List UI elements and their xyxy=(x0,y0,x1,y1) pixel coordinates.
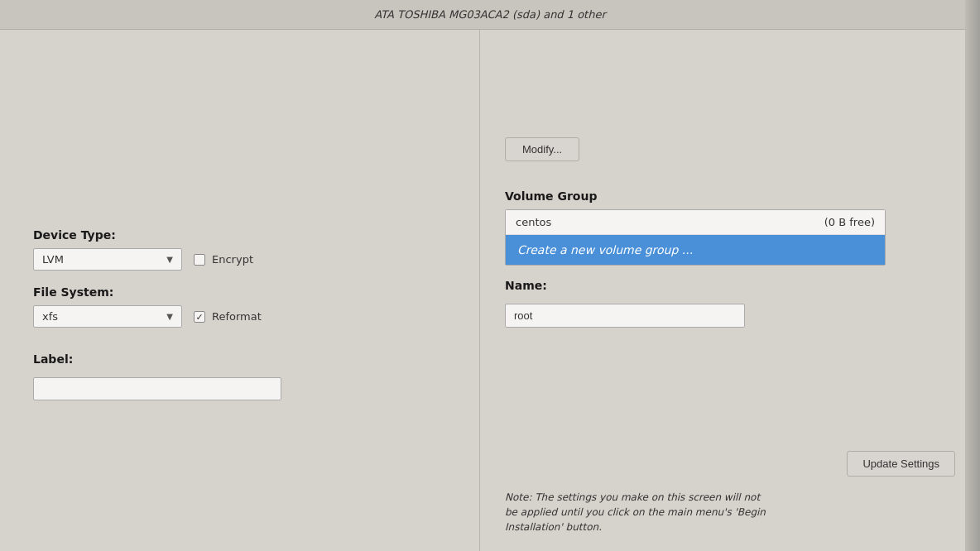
update-btn-row: Update Settings xyxy=(847,451,955,477)
filesystem-label: File System: xyxy=(33,285,447,299)
label-group: Label: xyxy=(33,352,447,400)
device-type-value: LVM xyxy=(42,253,64,266)
device-type-arrow-icon: ▼ xyxy=(166,255,173,264)
name-input[interactable] xyxy=(505,304,745,328)
vg-option-centos-free: (0 B free) xyxy=(824,216,875,228)
filesystem-arrow-icon: ▼ xyxy=(166,312,173,321)
volume-group-select-box[interactable]: centos (0 B free) Create a new volume gr… xyxy=(505,209,886,266)
encrypt-checkbox[interactable] xyxy=(194,254,205,266)
filesystem-group: File System: xfs ▼ Reformat xyxy=(33,285,447,328)
filesystem-value: xfs xyxy=(42,310,58,323)
device-type-group: Device Type: LVM ▼ Encrypt xyxy=(33,228,447,271)
label-section-label: Label: xyxy=(33,352,447,366)
encrypt-label: Encrypt xyxy=(212,253,253,266)
vg-option-create-label: Create a new volume group ... xyxy=(517,243,693,256)
note-text: Note: The settings you make on this scre… xyxy=(480,490,980,534)
right-panel: Modify... Volume Group centos (0 B free)… xyxy=(480,30,980,551)
reformat-label: Reformat xyxy=(212,310,262,323)
reformat-checkbox-row: Reformat xyxy=(194,310,262,323)
label-input[interactable] xyxy=(33,377,281,400)
device-type-label: Device Type: xyxy=(33,228,447,242)
modify-button[interactable]: Modify... xyxy=(505,137,579,161)
filesystem-row: xfs ▼ Reformat xyxy=(33,305,447,328)
left-panel: Device Type: LVM ▼ Encrypt File System: … xyxy=(0,30,480,551)
vg-option-centos-name: centos xyxy=(516,216,551,228)
reformat-checkbox[interactable] xyxy=(194,311,205,323)
vg-option-create[interactable]: Create a new volume group ... xyxy=(506,235,885,265)
encrypt-checkbox-row: Encrypt xyxy=(194,253,253,266)
volume-group-label: Volume Group xyxy=(505,189,955,203)
top-bar: ATA TOSHIBA MG03ACA2 (sda) and 1 other xyxy=(0,0,980,30)
top-title: ATA TOSHIBA MG03ACA2 (sda) and 1 other xyxy=(374,8,606,21)
device-type-select[interactable]: LVM ▼ xyxy=(33,248,182,271)
update-settings-button[interactable]: Update Settings xyxy=(847,451,955,477)
name-label: Name: xyxy=(505,279,955,292)
device-type-row: LVM ▼ Encrypt xyxy=(33,248,447,271)
vg-option-centos[interactable]: centos (0 B free) xyxy=(506,210,885,235)
volume-group-container: Volume Group centos (0 B free) Create a … xyxy=(505,189,955,266)
filesystem-select[interactable]: xfs ▼ xyxy=(33,305,182,328)
name-group: Name: xyxy=(505,279,955,328)
note-content: Note: The settings you make on this scre… xyxy=(505,491,766,533)
